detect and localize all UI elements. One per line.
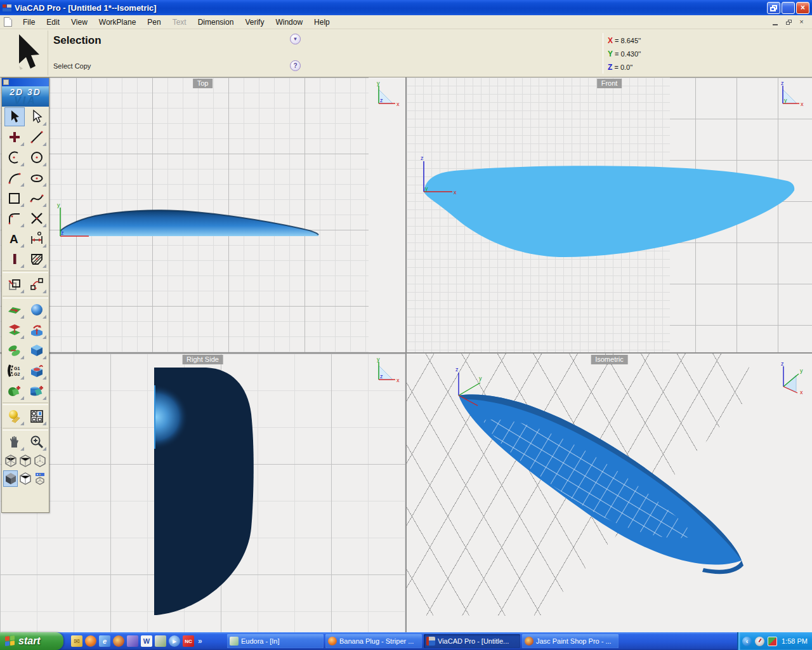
trim-tool[interactable] [27,209,47,228]
select-arrow-tool[interactable] [4,107,25,126]
svg-text:x: x [396,101,400,107]
gauge-tray-icon[interactable] [755,637,764,646]
boolean-add-3d-tool[interactable] [27,381,47,401]
palette-grip[interactable] [3,79,9,85]
compose-mail-icon[interactable]: ✉ [71,635,82,647]
viewport-label-isometric[interactable]: Isometric [591,355,628,364]
quick-launch-bar: ✉ e W ▶ NC » [71,633,202,649]
workplane-tool[interactable] [4,300,25,319]
copy-offset-tool[interactable] [4,275,25,294]
viewport-label-right-side[interactable]: Right Side [182,355,223,364]
render-tool[interactable] [4,407,25,426]
paint-shop-pro-icon[interactable] [113,635,124,647]
mini-view-button[interactable] [33,470,48,487]
dimension-tool[interactable] [27,229,47,248]
fillet-tool[interactable] [4,209,25,228]
curve-tool[interactable] [4,168,25,187]
zoom-tool[interactable] [27,432,47,451]
antivirus-tray-icon[interactable] [768,637,777,646]
document-icon[interactable] [4,17,12,27]
sphere-tool[interactable] [27,300,47,319]
messenger-icon[interactable] [127,635,138,647]
firefox-icon[interactable] [85,635,96,647]
menu-view[interactable]: View [65,16,93,29]
start-button[interactable]: start [0,632,63,650]
expand-options-button[interactable]: ▼ [290,34,301,44]
title-bar: ViaCAD Pro - [Untitled 1*--Isometric] × [0,0,812,15]
menu-file[interactable]: File [17,16,41,29]
menu-pen[interactable]: Pen [141,16,166,29]
wireframe-view-2-button[interactable] [18,453,32,469]
internet-shortcut-icon[interactable]: e [99,635,110,647]
mdi-minimize-button[interactable] [769,17,780,27]
word-icon[interactable]: W [141,635,152,647]
svg-text:G2: G2 [14,372,20,376]
viewport-right-side[interactable]: Right Side y x z [0,354,405,632]
curvature-tool[interactable]: G1G2 [4,361,25,380]
line-width-tool[interactable] [4,249,25,269]
menu-edit[interactable]: Edit [41,16,65,29]
box-tool[interactable] [27,341,47,360]
help-button[interactable]: ? [290,60,301,71]
arc-tool[interactable] [4,148,25,167]
taskbar-button-eudora[interactable]: Eudora - [In] [227,634,324,648]
menu-window[interactable]: Window [270,16,308,29]
coord-z: Z = 0.0'' [608,63,632,72]
model-top-airfoil[interactable] [60,210,318,236]
rectangle-tool[interactable] [4,189,25,208]
tray-collapse-chevron[interactable]: ‹ [742,637,752,646]
start-label: start [18,635,41,647]
viewport-isometric[interactable]: z y Isometric z y x [407,354,812,632]
svg-text:y: y [425,185,428,192]
menu-dimension[interactable]: Dimension [192,16,240,29]
mdi-restore-button[interactable] [783,17,794,27]
taskbar-button-viacad[interactable]: ViaCAD Pro - [Untitle... [424,634,520,648]
mdi-close-button[interactable]: × [796,17,807,27]
svg-text:z: z [781,81,784,86]
circle-tool[interactable] [27,148,47,167]
palette-title-bar[interactable] [2,78,49,86]
boolean-add-2d-tool[interactable] [4,381,25,401]
revolve-tool[interactable] [27,321,47,340]
taskbar-button-paint-shop-pro[interactable]: Jasc Paint Shop Pro - ... [522,634,619,648]
photo-viewer-icon[interactable] [155,635,166,647]
restore-button[interactable] [782,2,795,14]
point-tool[interactable] [4,128,25,147]
menu-workplane[interactable]: WorkPlane [93,16,141,29]
transform-tool[interactable] [27,275,47,294]
text-tool[interactable]: A [4,229,25,248]
hatch-tool[interactable] [27,249,47,269]
hidden-line-view-button[interactable] [18,470,32,487]
pan-tool[interactable] [4,432,25,451]
blend-tool[interactable] [27,361,47,380]
media-player-icon[interactable]: ▶ [169,635,180,647]
model-iso-hull[interactable] [459,395,743,574]
menu-help[interactable]: Help [308,16,336,29]
wireframe-view-3-button[interactable] [33,453,48,469]
taskbar-button-firefox[interactable]: Banana Plug - Striper ... [325,634,422,648]
viewport-splitter-horizontal[interactable] [0,352,812,354]
coord-x-value: = 8.645'' [615,37,641,44]
ellipse-tool[interactable] [27,168,47,187]
layout-tool[interactable] [27,407,47,426]
menu-verify[interactable]: Verify [239,16,270,29]
viewport-top[interactable]: y z Top y x z [0,77,405,352]
close-button[interactable]: × [796,2,809,14]
coord-y-value: = 0.430'' [615,50,641,58]
spline-tool[interactable] [27,189,47,208]
task-buttons: Eudora - [In] Banana Plug - Striper ... … [227,634,619,648]
viacad-icon [426,637,435,646]
line-tool[interactable] [27,128,47,147]
netcaptor-icon[interactable]: NC [183,635,194,647]
viewport-label-front[interactable]: Front [597,79,622,88]
model-front-hull[interactable] [424,166,794,257]
shaded-view-button[interactable] [3,470,18,487]
viewport-splitter-vertical[interactable] [405,77,407,632]
quick-launch-overflow-chevron[interactable]: » [198,637,202,646]
viewport-front[interactable]: z x y Front z x y [407,77,812,352]
extrude-tool[interactable] [4,321,25,340]
wireframe-view-1-button[interactable] [3,453,18,469]
select-open-arrow-tool[interactable] [27,107,47,126]
loft-tool[interactable] [4,341,25,360]
viewport-label-top[interactable]: Top [193,79,213,88]
